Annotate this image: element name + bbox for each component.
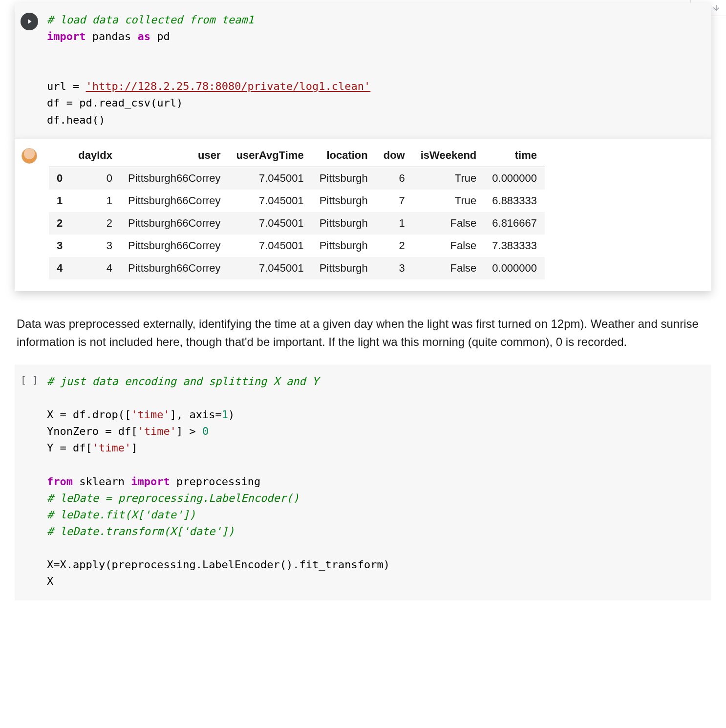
table-cell: Pittsburgh66Correy [120,167,229,190]
code-token: url = [47,80,85,92]
code-string: 'time' [131,408,170,421]
table-cell: False [413,235,485,257]
code-token: ], axis= [170,408,222,421]
move-down-icon[interactable] [709,1,723,15]
dataframe-table: dayIdx user userAvgTime location dow isW… [49,144,545,279]
table-cell: 6.883333 [484,190,545,212]
code-number: 0 [202,425,209,437]
table-cell: 7.045001 [229,212,312,235]
col-userAvgTime: userAvgTime [229,144,312,167]
code-token: ) [228,408,235,421]
table-cell: 0.000000 [484,167,545,190]
table-cell: 0 [49,167,70,190]
table-cell: 1 [70,190,120,212]
code-string: 'time' [92,442,131,454]
col-location: location [312,144,376,167]
col-dow: dow [376,144,413,167]
table-cell: 0 [70,167,120,190]
table-cell: 2 [70,212,120,235]
exec-count[interactable]: [ ] [21,374,38,386]
table-cell: 0.000000 [484,257,545,279]
code-string: 'time' [137,425,176,437]
code-token: ] > [176,425,202,437]
table-cell: Pittsburgh [312,167,376,190]
code-token: YnonZero = df[ [47,425,137,437]
code-keyword: import [47,30,85,43]
col-index [49,144,70,167]
code-cell-1: # load data collected from team1 import … [15,3,711,139]
code-line: X=X.apply(preprocessing.LabelEncoder().f… [47,558,390,571]
code-line: df.head() [47,114,105,126]
code-token: X = df.drop([ [47,408,131,421]
table-cell: 3 [376,257,413,279]
table-cell: 1 [376,212,413,235]
output-gutter [15,139,44,279]
output-body: dayIdx user userAvgTime location dow isW… [44,139,711,279]
table-cell: 7.045001 [229,190,312,212]
table-cell: Pittsburgh [312,257,376,279]
table-cell: True [413,167,485,190]
table-row: 44Pittsburgh66Correy7.045001Pittsburgh3F… [49,257,545,279]
code-comment: # just data encoding and splitting X and… [47,375,319,387]
table-cell: 7.045001 [229,167,312,190]
table-cell: 4 [70,257,120,279]
table-cell: 2 [376,235,413,257]
table-cell: Pittsburgh [312,235,376,257]
code-token: sklearn [79,475,125,488]
code-comment: # load data collected from team1 [47,14,254,26]
cell-gutter: [ ] [15,364,44,600]
code-comment: # leDate.fit(X['date']) [47,509,196,521]
table-row: 11Pittsburgh66Correy7.045001Pittsburgh7T… [49,190,545,212]
cell-output-1: dayIdx user userAvgTime location dow isW… [15,139,711,291]
code-line: df = pd.read_csv(url) [47,97,183,109]
table-cell: 2 [49,212,70,235]
table-cell: 7.045001 [229,257,312,279]
col-user: user [120,144,229,167]
table-cell: 7 [376,190,413,212]
code-token: Y = df[ [47,442,92,454]
table-cell: 6.816667 [484,212,545,235]
code-editor[interactable]: # load data collected from team1 import … [44,3,711,139]
table-cell: 3 [49,235,70,257]
code-keyword: as [137,30,150,43]
table-row: 22Pittsburgh66Correy7.045001Pittsburgh1F… [49,212,545,235]
code-comment: # leDate.transform(X['date']) [47,525,235,537]
code-keyword: from [47,475,73,488]
table-cell: 6 [376,167,413,190]
code-cell-2: [ ] # just data encoding and splitting X… [15,364,711,600]
table-cell: False [413,212,485,235]
table-cell: Pittsburgh66Correy [120,235,229,257]
table-cell: Pittsburgh [312,212,376,235]
cell-gutter [15,3,44,139]
code-token: pd [157,30,170,43]
table-cell: 7.045001 [229,235,312,257]
markdown-text: Data was preprocessed externally, identi… [17,315,711,351]
table-row: 00Pittsburgh66Correy7.045001Pittsburgh6T… [49,167,545,190]
table-row: 33Pittsburgh66Correy7.045001Pittsburgh2F… [49,235,545,257]
table-cell: Pittsburgh [312,190,376,212]
col-time: time [484,144,545,167]
code-keyword: import [131,475,170,488]
table-header-row: dayIdx user userAvgTime location dow isW… [49,144,545,167]
table-cell: Pittsburgh66Correy [120,190,229,212]
table-cell: 1 [49,190,70,212]
code-token: ] [131,442,137,454]
code-token: preprocessing [176,475,260,488]
table-cell: 7.383333 [484,235,545,257]
table-cell: 3 [70,235,120,257]
code-editor[interactable]: # just data encoding and splitting X and… [44,364,711,600]
code-number: 1 [222,408,228,421]
table-cell: Pittsburgh66Correy [120,212,229,235]
table-cell: True [413,190,485,212]
table-cell: Pittsburgh66Correy [120,257,229,279]
run-button[interactable] [21,13,38,30]
code-comment: # leDate = preprocessing.LabelEncoder() [47,492,299,504]
code-line: X [47,575,53,587]
code-token: pandas [92,30,131,43]
table-cell: False [413,257,485,279]
col-dayIdx: dayIdx [70,144,120,167]
table-cell: 4 [49,257,70,279]
code-string: 'http://128.2.25.78:8080/private/log1.cl… [85,80,370,92]
col-isWeekend: isWeekend [413,144,485,167]
avatar-icon [21,148,37,164]
